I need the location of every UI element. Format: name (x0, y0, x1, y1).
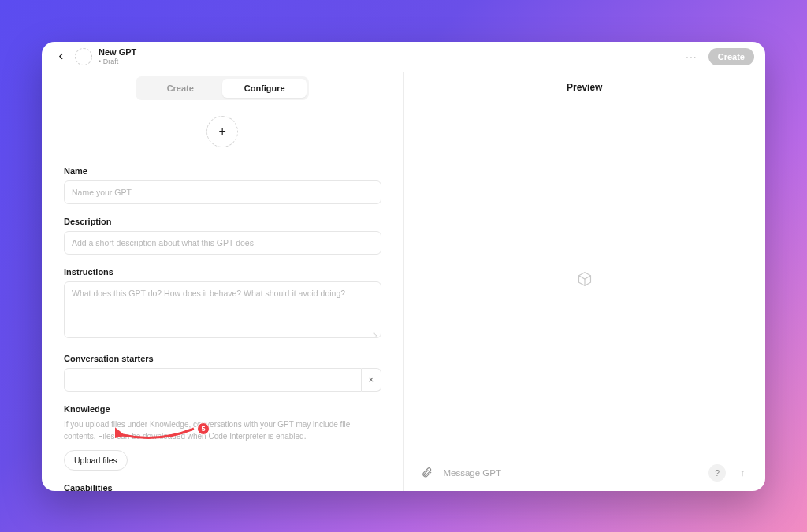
title-wrap: New GPT • Draft (99, 47, 136, 65)
gpt-avatar-placeholder (75, 48, 92, 65)
tabs: Create Configure (136, 76, 309, 100)
page-title: New GPT (99, 47, 136, 58)
paperclip-icon (421, 467, 433, 478)
preview-panel: Preview ? ↑ (404, 72, 766, 491)
attach-button[interactable] (418, 464, 436, 482)
help-button[interactable]: ? (708, 464, 726, 482)
app-window: New GPT • Draft ··· Create Create Config… (42, 42, 765, 491)
tab-configure[interactable]: Configure (222, 79, 307, 98)
conversation-starter-input[interactable] (64, 368, 362, 392)
more-menu-button[interactable]: ··· (682, 47, 701, 66)
name-label: Name (64, 166, 381, 176)
message-composer: ? ↑ (404, 455, 766, 491)
remove-starter-button[interactable]: × (362, 368, 381, 392)
cube-placeholder-icon (577, 271, 593, 287)
configure-panel: Create Configure + Name Description (42, 72, 404, 491)
configure-scroll: + Name Description Instructions ⤡ (42, 103, 404, 491)
plus-icon: + (219, 125, 226, 139)
description-label: Description (64, 217, 381, 226)
description-input[interactable] (64, 231, 381, 255)
add-gpt-icon-button[interactable]: + (206, 116, 238, 147)
instructions-textarea[interactable] (64, 281, 381, 338)
split-pane: Create Configure + Name Description (42, 72, 765, 491)
preview-title: Preview (404, 72, 766, 103)
capabilities-label: Capabilities (64, 483, 381, 491)
create-button[interactable]: Create (708, 48, 754, 65)
name-input[interactable] (64, 180, 381, 204)
knowledge-hint: If you upload files under Knowledge, con… (64, 419, 381, 442)
message-input[interactable] (444, 468, 701, 478)
topbar: New GPT • Draft ··· Create (42, 42, 765, 72)
preview-body (404, 103, 766, 455)
upload-files-button[interactable]: Upload files (64, 450, 128, 471)
page-subtitle: • Draft (99, 58, 136, 65)
starters-label: Conversation starters (64, 354, 381, 363)
tab-create[interactable]: Create (138, 79, 222, 98)
send-button[interactable]: ↑ (734, 464, 751, 482)
back-button[interactable] (53, 49, 69, 65)
tabs-row: Create Configure (42, 72, 404, 103)
conversation-starter-row: × (64, 368, 381, 392)
knowledge-label: Knowledge (64, 404, 381, 414)
instructions-label: Instructions (64, 267, 381, 277)
x-icon: × (368, 374, 374, 385)
